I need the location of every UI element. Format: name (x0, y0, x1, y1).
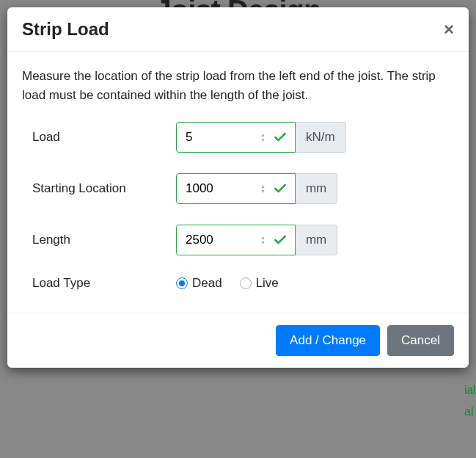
modal-body: Measure the location of the strip load f… (7, 52, 469, 313)
radio-dot-icon (179, 280, 185, 286)
check-icon (268, 233, 295, 247)
modal-footer: Add / Change Cancel (7, 313, 469, 368)
starting-location-input-wrap: ▲ ▼ (176, 173, 296, 204)
modal-description: Measure the location of the strip load f… (22, 67, 454, 104)
radio-live[interactable]: Live (240, 276, 279, 291)
chevron-up-icon: ▲ (260, 132, 266, 137)
length-label: Length (32, 233, 176, 247)
cancel-button[interactable]: Cancel (387, 325, 454, 356)
check-icon (268, 130, 295, 145)
strip-load-modal: Strip Load × Measure the location of the… (7, 7, 469, 368)
chevron-up-icon: ▲ (260, 235, 266, 240)
length-input-group: ▲ ▼ mm (176, 225, 337, 255)
modal-header: Strip Load × (7, 7, 469, 52)
starting-location-row: Starting Location ▲ ▼ mm (22, 173, 454, 204)
load-row: Load ▲ ▼ kN/m (22, 122, 454, 153)
load-type-radio-group: Dead Live (176, 276, 279, 291)
starting-location-input-group: ▲ ▼ mm (176, 173, 337, 204)
close-button[interactable]: × (444, 21, 454, 38)
load-type-row: Load Type Dead Live (22, 276, 454, 291)
load-input-group: ▲ ▼ kN/m (176, 122, 346, 153)
radio-dead[interactable]: Dead (176, 276, 222, 291)
add-change-button[interactable]: Add / Change (276, 325, 380, 356)
radio-live-label: Live (256, 276, 279, 291)
chevron-down-icon: ▼ (260, 189, 266, 194)
close-icon: × (444, 19, 454, 39)
starting-location-stepper[interactable]: ▲ ▼ (257, 183, 268, 194)
chevron-down-icon: ▼ (260, 137, 266, 142)
starting-location-unit: mm (296, 173, 337, 204)
chevron-up-icon: ▲ (260, 183, 266, 189)
load-type-label: Load Type (32, 276, 176, 291)
modal-title: Strip Load (22, 19, 109, 40)
radio-icon (176, 277, 188, 289)
radio-dead-label: Dead (192, 276, 222, 291)
background-text: ial al (464, 380, 476, 423)
length-stepper[interactable]: ▲ ▼ (257, 235, 268, 245)
radio-icon (240, 277, 252, 289)
load-unit: kN/m (296, 122, 346, 153)
load-stepper[interactable]: ▲ ▼ (257, 132, 268, 142)
length-input[interactable] (177, 225, 257, 255)
load-input-wrap: ▲ ▼ (176, 122, 296, 153)
load-input[interactable] (177, 123, 257, 152)
length-unit: mm (296, 225, 337, 255)
length-input-wrap: ▲ ▼ (176, 225, 296, 255)
load-label: Load (32, 130, 176, 145)
starting-location-input[interactable] (177, 174, 257, 203)
chevron-down-icon: ▼ (260, 240, 266, 245)
length-row: Length ▲ ▼ mm (22, 225, 454, 255)
starting-location-label: Starting Location (32, 181, 176, 196)
check-icon (268, 181, 295, 196)
